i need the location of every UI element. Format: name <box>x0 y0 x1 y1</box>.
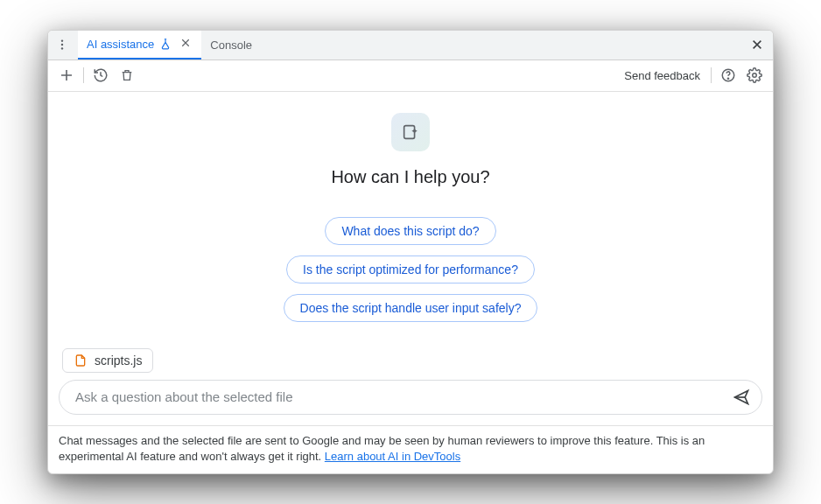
flask-icon <box>159 38 172 50</box>
send-button[interactable] <box>730 386 753 409</box>
main-content: How can I help you? What does this scrip… <box>48 92 773 425</box>
disclaimer-link[interactable]: Learn about AI in DevTools <box>325 450 460 463</box>
prompt-input-container <box>59 380 762 415</box>
svg-point-1 <box>61 44 63 46</box>
delete-button[interactable] <box>117 66 137 85</box>
context-file-row: scripts.js <box>62 348 153 373</box>
context-file-name: scripts.js <box>95 354 142 368</box>
file-icon <box>74 354 88 368</box>
svg-rect-6 <box>404 125 415 138</box>
svg-point-5 <box>753 74 757 78</box>
suggestion-chip[interactable]: Is the script optimized for performance? <box>286 256 535 284</box>
more-icon[interactable] <box>53 36 71 53</box>
send-feedback-link[interactable]: Send feedback <box>624 69 700 82</box>
toolbar: Send feedback <box>48 60 773 92</box>
divider <box>83 67 84 83</box>
context-file-chip[interactable]: scripts.js <box>62 348 153 373</box>
close-tab-icon[interactable] <box>180 38 193 50</box>
devtools-panel: AI assistance Console Send feedback <box>47 30 774 474</box>
history-button[interactable] <box>91 66 110 85</box>
tab-ai-assistance[interactable]: AI assistance <box>78 30 201 60</box>
divider <box>711 67 712 83</box>
tab-label: Console <box>210 38 252 52</box>
close-panel-icon[interactable] <box>748 36 766 53</box>
new-chat-button[interactable] <box>57 66 76 85</box>
disclaimer: Chat messages and the selected file are … <box>48 425 773 473</box>
ai-sparkle-icon <box>391 113 430 151</box>
svg-point-2 <box>61 47 63 49</box>
suggestion-chip[interactable]: What does this script do? <box>325 217 495 245</box>
tab-label: AI assistance <box>87 38 154 51</box>
svg-point-4 <box>727 78 728 79</box>
suggestion-chips: What does this script do? Is the script … <box>284 217 538 322</box>
suggestion-chip[interactable]: Does the script handle user input safely… <box>284 294 538 322</box>
settings-button[interactable] <box>745 66 764 85</box>
help-button[interactable] <box>719 66 738 85</box>
prompt-input[interactable] <box>74 388 730 405</box>
hero-title: How can I help you? <box>331 167 489 187</box>
tab-strip: AI assistance Console <box>48 31 773 60</box>
tab-console[interactable]: Console <box>201 30 261 60</box>
svg-point-0 <box>61 40 63 42</box>
